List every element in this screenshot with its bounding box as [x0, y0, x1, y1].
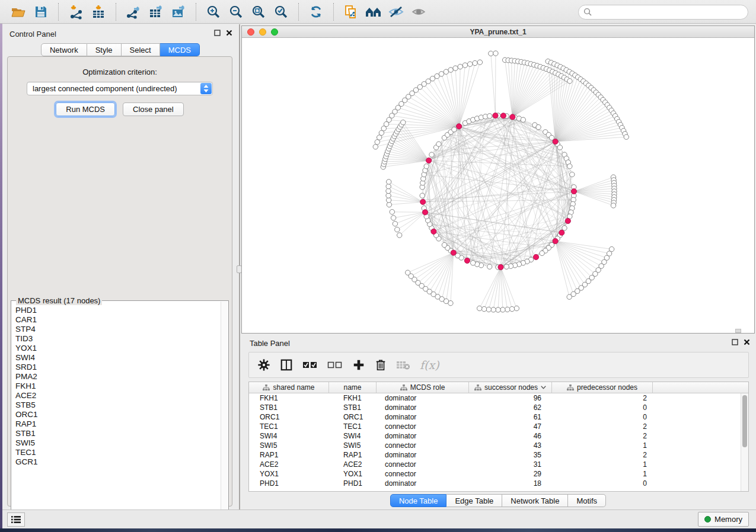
mcds-hub-node[interactable]	[464, 258, 470, 263]
float-panel-icon[interactable]	[732, 339, 738, 345]
mcds-result-item[interactable]: RAP1	[15, 419, 220, 429]
network-node[interactable]	[487, 264, 492, 269]
network-node[interactable]	[442, 242, 446, 247]
table-row[interactable]: SWI4SWI4dominator462	[249, 431, 748, 441]
network-node[interactable]	[387, 202, 391, 207]
network-node[interactable]	[557, 145, 562, 150]
tab-style[interactable]: Style	[87, 43, 122, 56]
network-node[interactable]	[406, 270, 410, 275]
network-node[interactable]	[430, 76, 435, 81]
network-node[interactable]	[397, 233, 402, 238]
tab-motifs[interactable]: Motifs	[568, 494, 606, 507]
window-minimize-button[interactable]	[259, 28, 266, 36]
network-node[interactable]	[390, 210, 394, 214]
network-node[interactable]	[375, 140, 379, 145]
network-node[interactable]	[496, 307, 500, 312]
delete-table-button[interactable]	[396, 360, 410, 370]
mcds-hub-node[interactable]	[510, 114, 515, 120]
network-node[interactable]	[448, 68, 453, 72]
mcds-hub-node[interactable]	[493, 113, 498, 118]
export-table-button[interactable]	[145, 2, 167, 21]
mcds-result-item[interactable]: FKH1	[15, 382, 220, 391]
network-node[interactable]	[393, 222, 397, 226]
mcds-result-item[interactable]: YOX1	[15, 344, 220, 353]
refresh-button[interactable]	[305, 2, 327, 21]
network-node[interactable]	[453, 66, 458, 70]
mcds-hub-node[interactable]	[553, 139, 558, 144]
export-image-button[interactable]	[167, 2, 190, 21]
network-window-titlebar[interactable]: YPA_prune.txt_1	[242, 26, 754, 38]
tab-network-table[interactable]: Network Table	[502, 494, 568, 507]
mcds-hub-node[interactable]	[420, 199, 426, 204]
network-node[interactable]	[567, 79, 572, 84]
network-node[interactable]	[567, 294, 572, 299]
network-view[interactable]	[242, 39, 754, 333]
duplicate-network-button[interactable]	[340, 2, 362, 21]
table-row[interactable]: PHD1PHD1dominator180	[249, 479, 748, 488]
tab-edge-table[interactable]: Edge Table	[446, 494, 502, 507]
network-node[interactable]	[401, 120, 406, 124]
horizontal-splitter-handle[interactable]	[735, 329, 741, 333]
table-row[interactable]: RAP1RAP1dominator352	[249, 450, 748, 460]
window-zoom-button[interactable]	[271, 28, 278, 36]
mcds-result-item[interactable]: PMA2	[15, 372, 220, 382]
column-header-predecessor-nodes[interactable]: predecessor nodes	[552, 382, 653, 393]
table-row[interactable]: YOX1YOX1connector291	[249, 469, 748, 479]
run-mcds-button[interactable]: Run MCDS	[56, 102, 115, 116]
mcds-result-item[interactable]: CAR1	[15, 315, 220, 325]
network-node[interactable]	[514, 306, 519, 310]
mcds-result-list[interactable]: PHD1CAR1STP4TID3YOX1SWI4SRD1PMA2FKH1ACE2…	[12, 303, 220, 519]
table-settings-button[interactable]	[257, 358, 270, 371]
mcds-result-item[interactable]: SWI5	[15, 438, 220, 448]
mcds-result-item[interactable]: ORC1	[15, 410, 220, 419]
network-node[interactable]	[386, 188, 391, 193]
network-node[interactable]	[471, 261, 476, 265]
mcds-hub-node[interactable]	[457, 124, 462, 129]
network-node[interactable]	[540, 251, 544, 255]
network-node[interactable]	[487, 114, 492, 118]
network-node[interactable]	[489, 51, 493, 56]
criterion-select[interactable]: largest connected component (undirected)	[27, 82, 213, 95]
mcds-result-item[interactable]: STB5	[15, 400, 220, 410]
deselect-all-button[interactable]	[327, 360, 343, 370]
open-session-button[interactable]	[7, 2, 30, 21]
import-table-button[interactable]	[87, 2, 110, 21]
mcds-result-item[interactable]: GCR1	[15, 457, 220, 467]
network-node[interactable]	[536, 124, 541, 129]
mcds-hub-node[interactable]	[533, 254, 538, 259]
mcds-result-item[interactable]: ACE2	[15, 391, 220, 400]
zoom-out-button[interactable]	[225, 2, 247, 21]
network-node[interactable]	[611, 203, 615, 208]
tab-mcds[interactable]: MCDS	[160, 43, 200, 56]
mcds-result-item[interactable]: PHD1	[15, 306, 220, 315]
mcds-hub-node[interactable]	[422, 210, 428, 215]
network-node[interactable]	[477, 306, 482, 310]
save-session-button[interactable]	[30, 2, 52, 21]
mcds-result-item[interactable]: STB1	[15, 429, 220, 438]
panel-menu-button[interactable]	[7, 512, 25, 527]
tab-select[interactable]: Select	[122, 43, 160, 56]
table-row[interactable]: ORC1ORC1dominator610	[249, 412, 748, 422]
mcds-hub-node[interactable]	[426, 158, 432, 163]
mcds-result-item[interactable]: TID3	[15, 334, 220, 344]
mcds-hub-node[interactable]	[571, 188, 576, 194]
mcds-hub-node[interactable]	[559, 230, 564, 235]
network-node[interactable]	[391, 216, 395, 220]
network-node[interactable]	[377, 135, 382, 140]
network-node[interactable]	[420, 193, 425, 198]
network-node[interactable]	[462, 63, 467, 68]
mcds-hub-node[interactable]	[500, 113, 506, 118]
function-builder-button[interactable]: f(x)	[420, 358, 439, 371]
zoom-in-button[interactable]	[202, 2, 225, 21]
column-header-MCDS-role[interactable]: MCDS role	[377, 382, 469, 393]
network-node[interactable]	[504, 264, 509, 269]
network-node[interactable]	[439, 72, 444, 76]
close-panel-icon[interactable]	[744, 339, 750, 345]
network-node[interactable]	[477, 60, 482, 65]
table-row[interactable]: FKH1FKH1dominator962	[249, 393, 748, 403]
tab-node-table[interactable]: Node Table	[390, 494, 447, 507]
mcds-result-item[interactable]: TEC1	[15, 448, 220, 457]
zoom-fit-button[interactable]	[247, 2, 270, 21]
network-node[interactable]	[436, 142, 441, 146]
table-row[interactable]: STB1STB1dominator620	[249, 403, 748, 412]
